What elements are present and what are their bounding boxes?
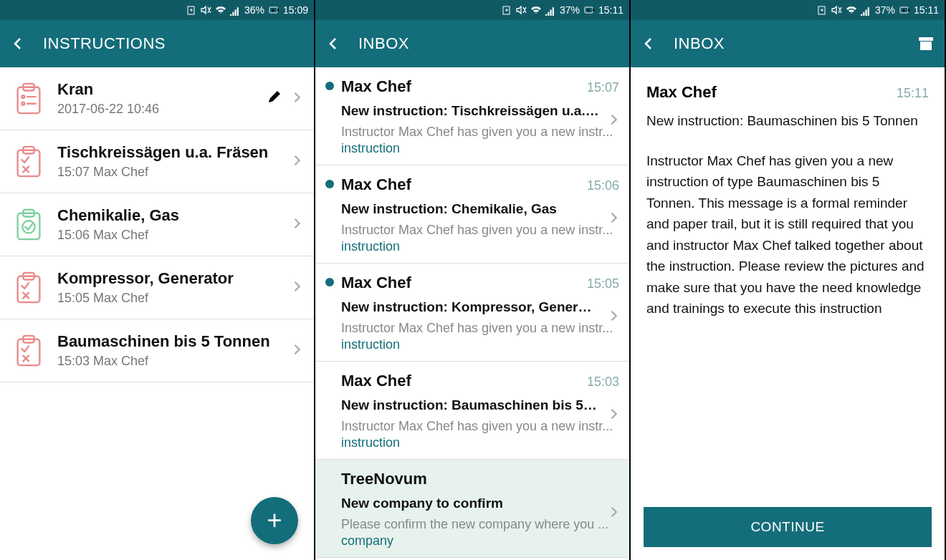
clipboard-check-x-icon <box>13 334 44 368</box>
clipboard-check-x-icon <box>13 145 44 179</box>
unread-dot-icon <box>325 278 334 286</box>
detail-body: Instructor Max Chef has given you a new … <box>646 150 929 319</box>
instruction-row[interactable]: Baumaschinen bis 5 Tonnen 15:03 Max Chef <box>0 319 314 382</box>
inbox-link[interactable]: company <box>341 534 619 549</box>
chevron-right-icon <box>291 343 304 359</box>
instruction-title: Kompressor, Generator <box>57 269 278 288</box>
battery-charging-icon <box>584 5 594 15</box>
battery-charging-icon <box>269 5 279 15</box>
page-title: INBOX <box>358 34 409 53</box>
inbox-subject: New instruction: Tischkreissägen u.a. Fr… <box>341 103 619 119</box>
inbox-link[interactable]: instruction <box>341 337 619 352</box>
instruction-subtitle: 15:03 Max Chef <box>57 354 278 369</box>
continue-button[interactable]: CONTINUE <box>644 507 932 547</box>
status-bar: 36% 15:09 <box>0 0 314 20</box>
chevron-right-icon <box>291 154 304 170</box>
clipboard-list-icon <box>13 82 44 116</box>
instruction-row[interactable]: Kran 2017-06-22 10:46 <box>0 67 314 130</box>
archive-button[interactable] <box>917 35 935 52</box>
battery-percent: 36% <box>244 4 264 16</box>
inbox-link[interactable]: instruction <box>341 239 619 254</box>
inbox-sender: Max Chef <box>341 175 587 194</box>
battery-percent: 37% <box>560 4 580 16</box>
chevron-right-icon <box>608 211 621 227</box>
back-button[interactable] <box>325 36 341 52</box>
svg-point-11 <box>22 102 24 105</box>
app-bar: INBOX <box>631 20 945 67</box>
battery-plus-icon <box>817 5 828 16</box>
instruction-row[interactable]: Tischkreissägen u.a. Fräsen 15:07 Max Ch… <box>0 130 314 193</box>
svg-point-15 <box>22 221 34 233</box>
inbox-sender: Max Chef <box>341 372 587 390</box>
unread-dot-icon <box>325 180 334 188</box>
inbox-subject: New instruction: Baumaschinen bis 5 To..… <box>341 397 619 413</box>
detail-time: 15:11 <box>897 86 929 101</box>
status-time: 15:09 <box>283 4 308 16</box>
inbox-time: 15:07 <box>587 80 619 95</box>
battery-plus-icon <box>186 5 197 16</box>
status-time: 15:11 <box>914 4 939 16</box>
instruction-title: Baumaschinen bis 5 Tonnen <box>57 332 278 351</box>
message-detail: Max Chef 15:11 New instruction: Baumasch… <box>631 67 945 560</box>
battery-plus-icon <box>502 5 512 16</box>
instruction-subtitle: 15:05 Max Chef <box>57 291 278 306</box>
inbox-subject: New instruction: Chemikalie, Gas <box>341 201 619 217</box>
inbox-preview: Instructor Max Chef has given you a new … <box>341 125 619 140</box>
detail-sender: Max Chef <box>646 83 897 102</box>
wifi-icon <box>846 5 856 16</box>
edit-button[interactable] <box>267 90 282 108</box>
inbox-row[interactable]: Max Chef 15:06 New instruction: Chemikal… <box>315 165 629 264</box>
chevron-right-icon <box>608 113 621 129</box>
signal-icon <box>545 5 555 16</box>
mute-icon <box>516 5 527 16</box>
inbox-sender: Max Chef <box>341 274 587 292</box>
clipboard-check-x-icon <box>13 271 44 305</box>
archive-icon <box>917 35 935 52</box>
app-bar: INBOX <box>315 20 629 67</box>
chevron-left-icon <box>325 36 341 52</box>
instruction-subtitle: 2017-06-22 10:46 <box>57 102 254 117</box>
add-instruction-fab[interactable]: + <box>251 497 298 544</box>
instruction-title: Chemikalie, Gas <box>57 206 278 225</box>
inbox-sender: Max Chef <box>341 77 587 96</box>
battery-percent: 37% <box>875 4 895 16</box>
chevron-right-icon <box>608 506 621 521</box>
inbox-row[interactable]: Max Chef 15:03 New instruction: Baumasch… <box>315 362 629 460</box>
pencil-icon <box>267 90 282 105</box>
instruction-subtitle: 15:07 Max Chef <box>57 165 278 180</box>
svg-point-9 <box>22 95 24 98</box>
status-icons <box>186 5 240 16</box>
signal-icon <box>229 5 240 16</box>
instruction-row[interactable]: Kompressor, Generator 15:05 Max Chef <box>0 256 314 319</box>
status-icons <box>502 5 555 16</box>
screen-inbox-list: 37% 15:11 INBOX Max Chef 15:07 New instr… <box>315 0 631 560</box>
instruction-row[interactable]: Chemikalie, Gas 15:06 Max Chef <box>0 193 314 256</box>
back-button[interactable] <box>10 36 26 52</box>
plus-icon: + <box>267 506 282 536</box>
mute-icon <box>831 5 842 16</box>
inbox-link[interactable]: instruction <box>341 141 619 156</box>
chevron-right-icon <box>608 309 621 325</box>
instruction-title: Kran <box>57 80 254 99</box>
inbox-time: 15:05 <box>587 276 619 291</box>
chevron-right-icon <box>608 407 621 423</box>
back-button[interactable] <box>641 36 656 52</box>
status-time: 15:11 <box>598 4 624 16</box>
inbox-row[interactable]: Max Chef 15:07 New instruction: Tischkre… <box>315 67 629 165</box>
chevron-right-icon <box>291 91 304 107</box>
inbox-row[interactable]: Max Chef 15:05 New instruction: Kompress… <box>315 264 629 362</box>
detail-subject: New instruction: Baumaschinen bis 5 Tonn… <box>646 113 929 129</box>
inbox-row[interactable]: TreeNovum New company to confirm Please … <box>315 460 629 558</box>
signal-icon <box>860 5 871 16</box>
inbox-subject: New instruction: Kompressor, Generator <box>341 299 619 315</box>
app-bar: INSTRUCTIONS <box>0 20 314 67</box>
inbox-preview: Please confirm the new company where you… <box>341 517 619 532</box>
inbox-subject: New company to confirm <box>341 496 619 511</box>
wifi-icon <box>215 5 226 16</box>
inbox-link[interactable]: instruction <box>341 435 619 450</box>
chevron-right-icon <box>291 217 304 233</box>
page-title: INBOX <box>674 34 725 53</box>
chevron-right-icon <box>291 280 304 296</box>
status-bar: 37% 15:11 <box>631 0 945 20</box>
inbox-list: Max Chef 15:07 New instruction: Tischkre… <box>315 67 629 560</box>
